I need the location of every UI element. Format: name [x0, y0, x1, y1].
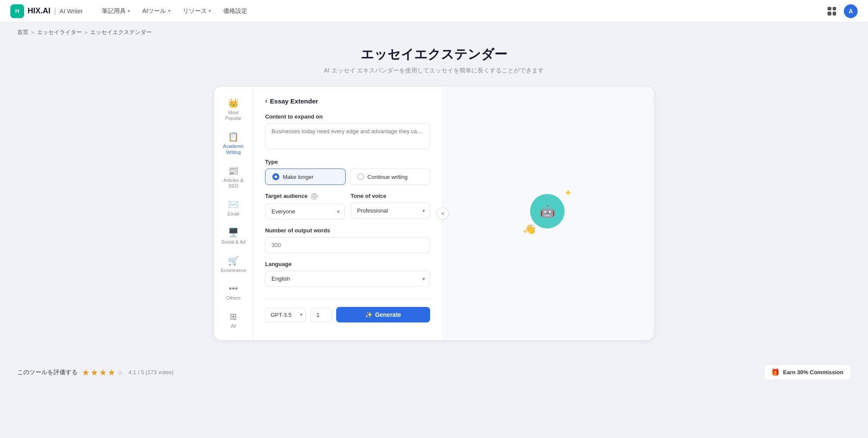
logo-divider: | — [54, 6, 56, 16]
back-arrow-icon: ‹ — [265, 97, 267, 105]
type-options: Make longer Continue writing — [265, 169, 430, 185]
ecommerce-icon: 🛒 — [228, 256, 239, 266]
sidebar-item-articles-seo[interactable]: 📰 Articles &SEO — [217, 161, 250, 193]
target-audience-label: Target audience ⓘ — [265, 193, 345, 200]
target-audience-wrapper: Everyone Professionals Students General … — [265, 203, 345, 219]
logo-icon: H — [10, 4, 24, 18]
star-1[interactable]: ★ — [82, 367, 90, 378]
output-words-input[interactable] — [265, 237, 430, 253]
breadcrumb-current: エッセイエクステンダー — [90, 28, 152, 36]
sidebar: 👑 MostPopular 📋 AcademicWriting 📰 Articl… — [214, 87, 253, 340]
tone-label: Tone of voice — [351, 193, 431, 199]
breadcrumb-essay-writer[interactable]: エッセイライター — [37, 28, 82, 36]
others-icon: ••• — [229, 284, 238, 294]
type-continue-writing-label: Continue writing — [368, 174, 408, 180]
radio-continue-writing — [357, 173, 364, 180]
panel-title: Essay Extender — [270, 97, 318, 105]
navbar: H HIX.AI | AI Writer 筆記用具▾AIツール▾リソース▾価格設… — [0, 0, 868, 22]
output-panel: « ✦ ✦ 🤖 👋 — [443, 87, 654, 340]
rating-section: このツールを評価する ★ ★ ★ ★ ★ 4.1 / 5 (173 votes) — [17, 367, 174, 378]
main-nav: 筆記用具▾AIツール▾リソース▾価格設定 — [97, 5, 252, 18]
main-card: 👑 MostPopular 📋 AcademicWriting 📰 Articl… — [214, 87, 654, 340]
form-panel: ‹ Essay Extender Content to expand on Ty… — [253, 87, 443, 340]
mascot-face: 🤖 — [540, 204, 555, 219]
nav-item-リソース[interactable]: リソース▾ — [178, 5, 216, 18]
sidebar-item-social-ad[interactable]: 🖥️ Social & Ad — [217, 223, 250, 249]
avatar[interactable]: A — [844, 4, 858, 18]
tone-group: Tone of voice Professional Casual Formal… — [351, 193, 431, 219]
logo-text: HIX.AI — [28, 6, 50, 16]
sidebar-item-others[interactable]: ••• Others — [217, 279, 250, 305]
output-words-label: Number of output words — [265, 227, 430, 234]
logo-subtext: AI Writer — [59, 8, 83, 15]
generate-icon: ✨ — [365, 311, 372, 318]
mascot: ✦ ✦ 🤖 👋 — [522, 188, 574, 239]
language-wrapper: English Japanese French German Spanish ▾ — [265, 271, 430, 287]
content-textarea[interactable] — [265, 123, 430, 149]
page-header: エッセイエクステンダー AI エッセイ エキスパンダーを使用してエッセイを簡単に… — [0, 42, 868, 87]
page-title: エッセイエクステンダー — [0, 46, 868, 63]
audience-tone-row: Target audience ⓘ Everyone Professionals… — [265, 193, 430, 227]
gift-icon: 🎁 — [771, 368, 780, 376]
radio-make-longer — [272, 173, 279, 180]
wave-icon: 👋 — [525, 224, 536, 235]
main-content: 👑 MostPopular 📋 AcademicWriting 📰 Articl… — [197, 87, 671, 357]
chevron-down-icon: ▾ — [128, 8, 130, 14]
navbar-right: A — [825, 4, 858, 18]
commission-button[interactable]: 🎁 Earn 30% Commission — [764, 364, 851, 380]
chevron-down-icon: ▾ — [168, 8, 171, 14]
type-make-longer[interactable]: Make longer — [265, 169, 346, 185]
sparkle-icon: ✦ — [564, 188, 572, 199]
info-icon[interactable]: ⓘ — [311, 193, 318, 200]
breadcrumb-home[interactable]: 首页 — [17, 28, 28, 36]
articles-icon: 📰 — [228, 166, 239, 176]
sidebar-item-email[interactable]: ✉️ Email — [217, 195, 250, 221]
breadcrumb: 首页 > エッセイライター > エッセイエクステンダー — [0, 22, 868, 42]
grid-icon[interactable] — [825, 4, 839, 18]
model-select-wrapper: GPT-3.5 GPT-4 ▾ — [265, 308, 306, 322]
mascot-container: ✦ ✦ 🤖 👋 — [522, 188, 574, 239]
crown-icon: 👑 — [228, 98, 239, 108]
tone-wrapper: Professional Casual Formal Friendly ▾ — [351, 203, 431, 219]
social-icon: 🖥️ — [228, 227, 239, 238]
model-select[interactable]: GPT-3.5 GPT-4 — [265, 308, 306, 322]
type-continue-writing[interactable]: Continue writing — [350, 169, 431, 185]
star-5[interactable]: ★ — [116, 367, 124, 378]
rating-label: このツールを評価する — [17, 369, 78, 376]
nav-item-筆記用具[interactable]: 筆記用具▾ — [97, 5, 135, 18]
star-4[interactable]: ★ — [108, 367, 116, 378]
language-group: Language English Japanese French German … — [265, 261, 430, 287]
sidebar-item-academic-writing[interactable]: 📋 AcademicWriting — [217, 127, 250, 159]
commission-label: Earn 30% Commission — [783, 369, 843, 375]
rating-score: 4.1 / 5 (173 votes) — [128, 369, 174, 375]
chevron-down-icon: ▾ — [209, 8, 211, 14]
breadcrumb-sep-2: > — [84, 29, 88, 36]
sidebar-item-all[interactable]: ⊞ All — [217, 307, 250, 333]
target-audience-group: Target audience ⓘ Everyone Professionals… — [265, 193, 345, 219]
language-label: Language — [265, 261, 430, 267]
logo[interactable]: H HIX.AI | AI Writer — [10, 4, 83, 18]
star-3[interactable]: ★ — [99, 367, 107, 378]
content-group: Content to expand on — [265, 113, 430, 151]
content-label: Content to expand on — [265, 113, 430, 120]
tone-select[interactable]: Professional Casual Formal Friendly — [351, 203, 431, 219]
sidebar-item-most-popular[interactable]: 👑 MostPopular — [217, 94, 250, 125]
count-input[interactable] — [310, 308, 332, 322]
sidebar-item-ecommerce[interactable]: 🛒 Ecommerce — [217, 251, 250, 278]
target-audience-select[interactable]: Everyone Professionals Students General … — [265, 203, 345, 219]
nav-item-AIツール[interactable]: AIツール▾ — [137, 5, 175, 18]
collapse-button[interactable]: « — [437, 207, 449, 219]
breadcrumb-sep-1: > — [31, 29, 34, 36]
form-bottom-bar: GPT-3.5 GPT-4 ▾ ✨ Generate — [265, 299, 430, 322]
type-label: Type — [265, 159, 430, 165]
footer: このツールを評価する ★ ★ ★ ★ ★ 4.1 / 5 (173 votes)… — [0, 357, 868, 387]
nav-item-価格設定[interactable]: 価格設定 — [218, 5, 253, 18]
page-subtitle: AI エッセイ エキスパンダーを使用してエッセイを簡単に長くすることができます — [0, 67, 868, 75]
star-2[interactable]: ★ — [91, 367, 98, 378]
output-words-group: Number of output words — [265, 227, 430, 253]
panel-back-button[interactable]: ‹ Essay Extender — [265, 97, 430, 105]
language-select[interactable]: English Japanese French German Spanish — [265, 271, 430, 287]
generate-button[interactable]: ✨ Generate — [336, 307, 430, 322]
stars: ★ ★ ★ ★ ★ — [82, 367, 124, 378]
all-icon: ⊞ — [230, 311, 237, 322]
